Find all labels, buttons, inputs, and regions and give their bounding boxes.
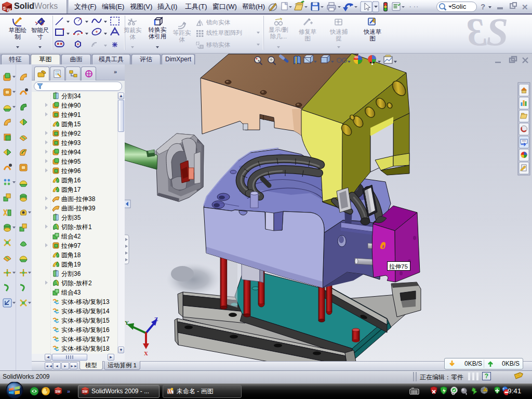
svg-text:拉伸75: 拉伸75: [389, 263, 408, 270]
svg-text:SW: SW: [55, 390, 61, 393]
svg-text:Y: Y: [125, 320, 129, 326]
svg-text:!: !: [485, 389, 486, 392]
svg-text:・‥: ・‥: [407, 4, 419, 10]
svg-text:Z: Z: [154, 316, 158, 322]
svg-text:W: W: [7, 7, 11, 12]
svg-text:X: X: [144, 350, 148, 356]
svg-text:SW: SW: [82, 390, 88, 393]
svg-text:»: »: [67, 388, 70, 394]
svg-text:S: S: [3, 6, 6, 11]
